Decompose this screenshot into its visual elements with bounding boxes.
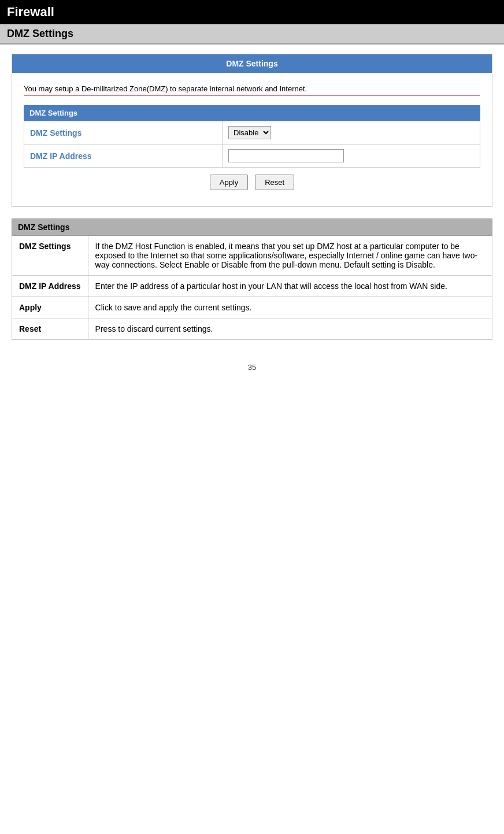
desc-term-3: Reset xyxy=(12,318,88,340)
section-header-title: DMZ Settings xyxy=(7,28,73,39)
desc-row-2: ApplyClick to save and apply the current… xyxy=(12,297,492,318)
dmz-settings-row: DMZ Settings Disable Enable xyxy=(24,121,480,144)
dmz-ip-input[interactable] xyxy=(228,149,344,162)
screenshot-panel: DMZ Settings You may setup a De-militari… xyxy=(12,54,492,207)
settings-form-table: DMZ Settings Disable Enable DMZ IP Addre… xyxy=(24,121,480,168)
panel-body: You may setup a De-militarized Zone(DMZ)… xyxy=(12,73,492,206)
dmz-settings-select[interactable]: Disable Enable xyxy=(228,126,271,139)
page-number: 35 xyxy=(12,363,492,372)
panel-title-bar: DMZ Settings xyxy=(12,54,492,73)
dmz-ip-label: DMZ IP Address xyxy=(24,144,223,168)
panel-title-text: DMZ Settings xyxy=(226,59,277,68)
description-table: DMZ Settings DMZ SettingsIf the DMZ Host… xyxy=(12,218,492,340)
desc-table-header: DMZ Settings xyxy=(12,219,492,236)
desc-row-3: ResetPress to discard current settings. xyxy=(12,318,492,340)
dmz-settings-input-cell: Disable Enable xyxy=(223,121,480,144)
desc-description-0: If the DMZ Host Function is enabled, it … xyxy=(88,236,492,276)
desc-term-0: DMZ Settings xyxy=(12,236,88,276)
page-header-title: Firewall xyxy=(7,5,54,19)
desc-row-0: DMZ SettingsIf the DMZ Host Function is … xyxy=(12,236,492,276)
desc-description-2: Click to save and apply the current sett… xyxy=(88,297,492,318)
desc-row-1: DMZ IP AddressEnter the IP address of a … xyxy=(12,276,492,297)
apply-button[interactable]: Apply xyxy=(210,175,249,190)
inner-settings-header: DMZ Settings xyxy=(24,105,480,121)
page-header: Firewall xyxy=(0,0,504,24)
info-text-content: You may setup a De-militarized Zone(DMZ)… xyxy=(24,84,307,93)
section-header: DMZ Settings xyxy=(0,24,504,45)
dmz-ip-row: DMZ IP Address xyxy=(24,144,480,168)
dmz-ip-input-cell xyxy=(223,144,480,168)
inner-settings-header-title: DMZ Settings xyxy=(29,109,77,117)
desc-term-1: DMZ IP Address xyxy=(12,276,88,297)
dmz-settings-label: DMZ Settings xyxy=(24,121,223,144)
main-content: DMZ Settings You may setup a De-militari… xyxy=(0,45,504,381)
button-row: Apply Reset xyxy=(24,168,480,197)
reset-button[interactable]: Reset xyxy=(255,175,294,190)
desc-term-2: Apply xyxy=(12,297,88,318)
desc-description-1: Enter the IP address of a particular hos… xyxy=(88,276,492,297)
desc-description-3: Press to discard current settings. xyxy=(88,318,492,340)
panel-info-text: You may setup a De-militarized Zone(DMZ)… xyxy=(24,82,480,96)
